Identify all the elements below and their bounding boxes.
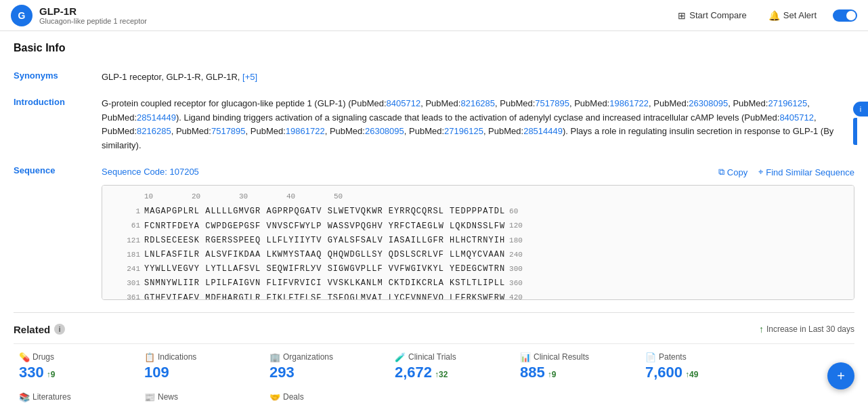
sequence-ruler: 10 20 30 40 50 [110, 191, 846, 203]
synonyms-row: Synonyms GLP-1 receptor, GLP-1-R, GLP-1R… [14, 70, 854, 85]
related-item-value: 330↑9 [19, 364, 133, 381]
seq-line-1: 1 MAGAPGPLRL ALLLLGMVGR AGPRPQGATV SLWET… [110, 205, 846, 218]
related-header: Related i ↑ Increase in Last 30 days [14, 324, 854, 335]
app-logo: G [11, 5, 32, 26]
pubmed-link-8[interactable]: 8405712 [779, 112, 814, 123]
find-similar-icon: ⌖ [758, 167, 763, 177]
start-compare-button[interactable]: ⊞ Start Compare [672, 7, 752, 24]
related-item-label: 📚Literatures [19, 392, 133, 402]
pubmed-link-4[interactable]: 19861722 [609, 98, 649, 108]
pubmed-link-2[interactable]: 8216285 [460, 98, 495, 108]
find-similar-button[interactable]: ⌖ Find Similar Sequence [758, 167, 854, 177]
seq-line-5: 241 YYWLLVEGVY LYTLLAFSVL SEQWIFRLУV SIG… [110, 263, 846, 276]
pubmed-link-13[interactable]: 27196125 [444, 126, 483, 136]
related-item-delta: ↑9 [47, 370, 56, 379]
seq-line-7: 361 GTHEVIFAFV MDEHARGTLR FIKLFTELSF TSF… [110, 292, 846, 300]
related-title: Related i [14, 324, 65, 335]
news-icon: 📰 [144, 392, 155, 402]
header-title-block: GLP-1R Glucagon-like peptide 1 receptor [39, 5, 672, 25]
synonyms-more[interactable]: [+5] [242, 72, 257, 82]
related-item-organizations[interactable]: 🏢Organizations293 [264, 352, 389, 381]
seq-line-4: 181 LNLFASFILR ALSVFIKDAA LKWMYSTAAQ QHQ… [110, 249, 846, 261]
patents-icon: 📄 [645, 352, 656, 362]
pubmed-link-9[interactable]: 8216285 [137, 126, 171, 136]
basic-info-section-title: Basic Info [14, 42, 854, 60]
synonyms-value: GLP-1 receptor, GLP-1-R, GLP-1R, [+5] [102, 70, 854, 85]
related-info-icon[interactable]: i [54, 324, 65, 335]
alert-toggle[interactable] [833, 9, 857, 22]
sequence-row: Sequence Sequence Code: 107205 ⧉ Copy ⌖ … [14, 165, 854, 300]
pubmed-link-3[interactable]: 7517895 [535, 98, 569, 108]
related-item-news[interactable]: 📰News777↑51 [139, 392, 264, 403]
related-item-deals[interactable]: 🤝Deals54 [264, 392, 389, 403]
deals-icon: 🤝 [269, 392, 280, 402]
related-item-delta: ↑49 [685, 370, 698, 379]
related-item-drugs[interactable]: 💊Drugs330↑9 [14, 352, 139, 381]
fab-button[interactable]: + [827, 362, 854, 389]
related-item-label: 📋Indications [144, 352, 259, 362]
pubmed-link-1[interactable]: 8405712 [387, 98, 421, 108]
related-grid: 💊Drugs330↑9📋Indications109🏢Organizations… [14, 343, 854, 403]
related-item-clinical-trials[interactable]: 🧪Clinical Trials2,672↑32 [389, 352, 515, 381]
introduction-value: G-protein coupled receptor for glucagon-… [102, 97, 854, 153]
header-actions: ⊞ Start Compare 🔔 Set Alert [672, 7, 857, 24]
clinical results-icon: 📊 [520, 352, 531, 362]
pubmed-link-6[interactable]: 27196125 [768, 98, 807, 108]
related-item-delta: ↑9 [548, 370, 557, 379]
sequence-code[interactable]: Sequence Code: 107205 [102, 165, 199, 179]
indications-icon: 📋 [144, 352, 155, 362]
related-item-label: 💊Drugs [19, 352, 133, 362]
sequence-value: Sequence Code: 107205 ⧉ Copy ⌖ Find Simi… [102, 165, 854, 300]
page-title: GLP-1R [39, 5, 672, 17]
right-hint: i [853, 102, 868, 145]
pubmed-link-14[interactable]: 28514449 [523, 126, 563, 136]
related-item-value: 885↑9 [520, 364, 634, 381]
pubmed-link-5[interactable]: 26308095 [689, 98, 728, 108]
seq-line-6: 301 SNMNYWLIIR LPILFAIGVN FLIFVRVICI VVS… [110, 277, 846, 290]
page-subtitle: Glucagon-like peptide 1 receptor [39, 17, 672, 25]
related-item-label: 🤝Deals [269, 392, 384, 402]
pubmed-link-7[interactable]: 28514449 [137, 112, 176, 123]
seq-line-2: 61 FCNRTFDEYA CWPDGEPGSF VNVSCFWYLP WASS… [110, 220, 846, 233]
related-item-patents[interactable]: 📄Patents7,600↑49 [640, 352, 765, 381]
copy-icon: ⧉ [718, 167, 724, 177]
related-item-label: 🏢Organizations [269, 352, 384, 362]
seq-line-3: 121 RDLSECEESK RGERSSPEEQ LLFLYIIYTV GYA… [110, 234, 846, 247]
related-item-label: 📰News [144, 392, 259, 402]
related-item-label: 📊Clinical Results [520, 352, 634, 362]
related-item-clinical-results[interactable]: 📊Clinical Results885↑9 [515, 352, 640, 381]
clinical trials-icon: 🧪 [395, 352, 406, 362]
related-section: Related i ↑ Increase in Last 30 days 💊Dr… [14, 312, 854, 403]
increase-arrow-icon: ↑ [759, 324, 764, 335]
introduction-row: Introduction G-protein coupled receptor … [14, 97, 854, 153]
related-item-value: 109 [144, 364, 259, 381]
set-alert-button[interactable]: 🔔 Set Alert [763, 7, 822, 24]
related-item-value: 7,600↑49 [645, 364, 760, 381]
increase-label: ↑ Increase in Last 30 days [759, 324, 854, 335]
header: G GLP-1R Glucagon-like peptide 1 recepto… [0, 0, 868, 31]
introduction-label: Introduction [14, 97, 102, 107]
related-item-literatures[interactable]: 📚Literatures3,673 [14, 392, 139, 403]
main-content: Basic Info Synonyms GLP-1 receptor, GLP-… [0, 31, 868, 403]
pubmed-link-12[interactable]: 26308095 [365, 126, 404, 136]
related-item-delta: ↑32 [435, 370, 448, 379]
alert-icon: 🔔 [768, 10, 780, 21]
pubmed-link-11[interactable]: 19861722 [286, 126, 325, 136]
sequence-box[interactable]: 10 20 30 40 50 1 MAGAPGPLRL ALLLLGMVGR A… [102, 185, 854, 300]
pubmed-link-10[interactable]: 7517895 [211, 126, 246, 136]
synonyms-label: Synonyms [14, 70, 102, 81]
compare-icon: ⊞ [678, 10, 686, 21]
related-item-indications[interactable]: 📋Indications109 [139, 352, 264, 381]
hint-info-button[interactable]: i [853, 102, 868, 116]
related-item-value: 2,672↑32 [395, 364, 509, 381]
sequence-actions: ⧉ Copy ⌖ Find Similar Sequence [718, 167, 854, 177]
related-item-value: 293 [269, 364, 384, 381]
copy-button[interactable]: ⧉ Copy [718, 167, 747, 177]
literatures-icon: 📚 [19, 392, 30, 402]
related-item-label: 🧪Clinical Trials [395, 352, 509, 362]
related-item-label: 📄Patents [645, 352, 760, 362]
hint-bar[interactable] [853, 118, 857, 145]
drugs-icon: 💊 [19, 352, 30, 362]
sequence-label: Sequence [14, 165, 102, 175]
sequence-header: Sequence Code: 107205 ⧉ Copy ⌖ Find Simi… [102, 165, 854, 179]
